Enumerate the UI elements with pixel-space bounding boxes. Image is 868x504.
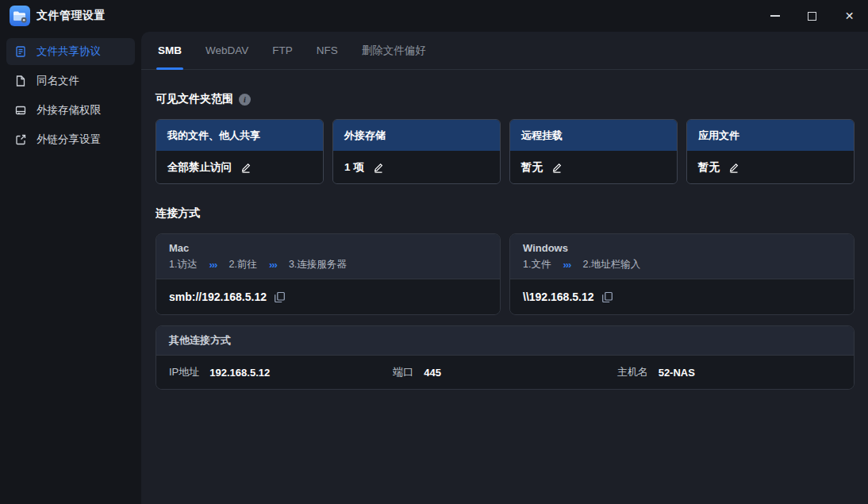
protocol-tabbar: SMB WebDAV FTP NFS 删除文件偏好 [141, 32, 868, 70]
scope-card-value: 暂无 [521, 160, 543, 175]
visible-folder-scope-title: 可见文件夹范围 i [156, 92, 855, 106]
maximize-icon [808, 12, 816, 21]
tab-nfs[interactable]: NFS [317, 32, 338, 70]
window-title: 文件管理设置 [36, 9, 106, 23]
sidebar-item-same-name-files[interactable]: 同名文件 [6, 67, 135, 94]
scope-card-my-files-shared: 我的文件、他人共享 全部禁止访问 [156, 119, 324, 184]
triple-chevron-icon: ››› [209, 260, 217, 270]
edit-icon[interactable] [240, 161, 252, 174]
folder-scope-cards: 我的文件、他人共享 全部禁止访问 外接存储 1 项 [156, 119, 855, 184]
port-value: 445 [424, 367, 441, 379]
sidebar-item-label: 外链分享设置 [36, 133, 101, 147]
sidebar-item-external-link-sharing[interactable]: 外链分享设置 [6, 126, 135, 153]
other-connection-card: 其他连接方式 IP地址 192.168.5.12 端口 445 主机名 52-N… [156, 325, 855, 390]
smb-tab-content: 可见文件夹范围 i 我的文件、他人共享 全部禁止访问 外接存储 1 项 [141, 92, 868, 390]
sidebar-item-label: 外接存储权限 [36, 103, 101, 117]
scope-card-app-files: 应用文件 暂无 [686, 119, 855, 184]
triple-chevron-icon: ››› [563, 260, 570, 270]
ip-address-value: 192.168.5.12 [209, 367, 270, 379]
scope-card-title: 我的文件、他人共享 [156, 120, 323, 151]
smb-address: smb://192.168.5.12 [169, 290, 267, 303]
windows-steps: 1.文件 ››› 2.地址栏输入 [523, 258, 841, 271]
hostname-label: 主机名 [617, 365, 648, 379]
windows-address: \\192.168.5.12 [523, 290, 594, 303]
share-link-icon [14, 133, 27, 146]
info-icon[interactable]: i [239, 94, 251, 106]
external-drive-icon [14, 104, 27, 117]
mac-connection-card: Mac 1.访达 ››› 2.前往 ››› 3.连接服务器 smb://192.… [156, 233, 501, 315]
edit-icon[interactable] [372, 161, 385, 174]
app-logo-icon [10, 6, 30, 26]
copy-icon[interactable] [274, 291, 286, 303]
scope-card-value: 全部禁止访问 [167, 160, 232, 175]
ip-address-label: IP地址 [169, 365, 199, 379]
windows-connection-card: Windows 1.文件 ››› 2.地址栏输入 \\192.168.5.12 [509, 233, 855, 315]
tab-delete-file-preference[interactable]: 删除文件偏好 [362, 32, 426, 70]
edit-icon[interactable] [728, 161, 740, 174]
mac-card-title: Mac [169, 242, 487, 254]
step-label: 2.地址栏输入 [582, 258, 640, 271]
step-label: 1.访达 [169, 258, 197, 271]
ip-address-field: IP地址 192.168.5.12 [169, 365, 393, 379]
port-label: 端口 [393, 365, 413, 379]
close-button[interactable]: ✕ [831, 0, 868, 32]
connection-method-title: 连接方式 [156, 206, 855, 221]
triple-chevron-icon: ››› [269, 260, 277, 270]
sidebar-item-label: 文件共享协议 [36, 44, 101, 59]
mac-steps: 1.访达 ››› 2.前往 ››› 3.连接服务器 [169, 258, 487, 271]
tab-ftp[interactable]: FTP [272, 32, 293, 70]
edit-icon[interactable] [551, 161, 563, 174]
scope-card-title: 远程挂载 [510, 120, 677, 151]
scope-card-title: 外接存储 [333, 120, 500, 151]
close-icon: ✕ [845, 10, 855, 21]
tab-smb[interactable]: SMB [158, 32, 182, 70]
scope-card-value: 1 项 [344, 160, 364, 175]
port-field: 端口 445 [393, 365, 616, 379]
connection-cards: Mac 1.访达 ››› 2.前往 ››› 3.连接服务器 smb://192.… [156, 233, 855, 315]
other-connection-title: 其他连接方式 [156, 326, 854, 356]
scope-card-remote-mount: 远程挂载 暂无 [509, 119, 678, 184]
minimize-button[interactable] [756, 0, 793, 32]
maximize-button[interactable] [793, 0, 831, 32]
hostname-value: 52-NAS [659, 367, 695, 379]
main-panel: SMB WebDAV FTP NFS 删除文件偏好 可见文件夹范围 i 我的文件… [141, 32, 868, 504]
document-lines-icon [14, 45, 27, 58]
scope-card-value: 暂无 [698, 160, 720, 175]
step-label: 2.前往 [229, 258, 256, 271]
sidebar-item-file-sharing-protocol[interactable]: 文件共享协议 [6, 38, 135, 65]
minimize-icon [770, 15, 780, 17]
sidebar-item-label: 同名文件 [36, 74, 79, 88]
windows-card-title: Windows [523, 242, 841, 254]
scope-card-external-storage: 外接存储 1 项 [332, 119, 501, 184]
step-label: 1.文件 [523, 258, 551, 271]
scope-card-title: 应用文件 [687, 120, 854, 151]
hostname-field: 主机名 52-NAS [617, 365, 841, 379]
tab-webdav[interactable]: WebDAV [205, 32, 248, 70]
sidebar-item-external-storage-permission[interactable]: 外接存储权限 [6, 97, 135, 124]
step-label: 3.连接服务器 [289, 258, 347, 271]
file-icon [14, 75, 27, 87]
titlebar: 文件管理设置 ✕ [0, 0, 868, 32]
window-controls: ✕ [756, 0, 868, 32]
settings-sidebar: 文件共享协议 同名文件 外接存储权限 外链分享设置 [0, 32, 141, 504]
copy-icon[interactable] [601, 291, 613, 303]
